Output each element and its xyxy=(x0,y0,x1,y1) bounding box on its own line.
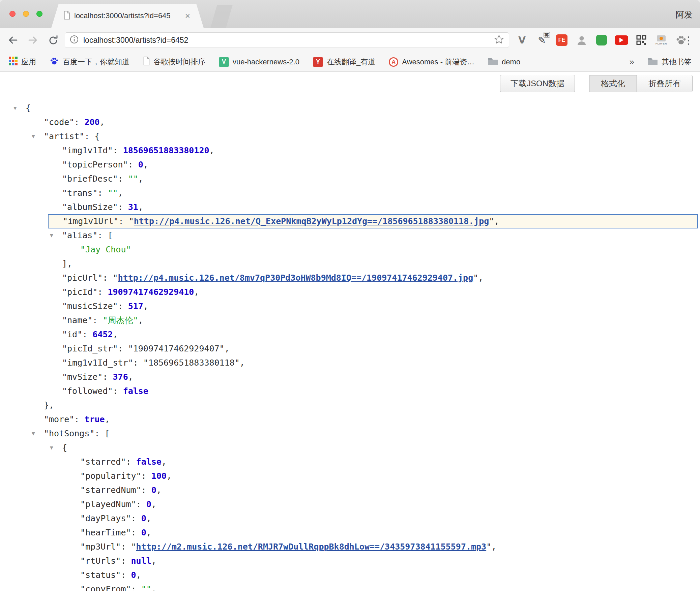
json-token: "hotSongs" xyxy=(44,429,95,438)
translate-pen-icon[interactable]: ✎英 xyxy=(535,33,549,48)
browser-tab[interactable]: localhost:3000/artists?id=645 × xyxy=(51,4,204,28)
json-token: "more" xyxy=(44,414,74,424)
json-tree: ▼{"code": 200,▼"artist": {"img1v1Id": 18… xyxy=(0,101,700,591)
json-token: , xyxy=(225,344,230,353)
json-token: "followed" xyxy=(62,386,113,396)
json-token: null xyxy=(131,556,151,566)
json-token: , xyxy=(146,514,151,523)
bookmarks-overflow-icon[interactable]: » xyxy=(630,57,634,67)
download-json-button[interactable]: 下载JSON数据 xyxy=(500,75,575,92)
json-token: "" xyxy=(128,174,138,184)
green-extension-icon[interactable] xyxy=(595,33,608,48)
pen-language-badge: 英 xyxy=(544,32,550,38)
json-token: , xyxy=(138,202,143,212)
qrcode-icon[interactable] xyxy=(635,33,648,48)
url-link[interactable]: http://p4.music.126.net/8mv7qP30Pd3oHW8b… xyxy=(118,273,473,283)
json-token: "Jay Chou" xyxy=(80,245,131,254)
bookmark-item-baidu[interactable]: 百度一下，你就知道 xyxy=(50,56,129,68)
json-token: true xyxy=(84,414,105,424)
json-token: "rtUrls" xyxy=(80,556,121,566)
url-link[interactable]: http://p4.music.126.net/Q_ExePNkmqB2yWyL… xyxy=(134,216,489,226)
format-button[interactable]: 格式化 xyxy=(589,75,637,92)
json-token: : xyxy=(118,202,128,212)
json-line: "briefDesc": "", xyxy=(0,172,700,186)
json-line: ], xyxy=(0,257,700,271)
profile-name[interactable]: 阿发 xyxy=(676,9,693,20)
json-token: : { xyxy=(84,131,99,141)
json-token: : xyxy=(121,556,131,566)
awesomes-icon: A xyxy=(389,57,398,67)
url-text[interactable]: localhost:3000/artists?id=6452 xyxy=(83,36,489,45)
json-token: "picId_str" xyxy=(62,344,118,353)
bookmark-item-vue-hackernews[interactable]: V vue-hackernews-2.0 xyxy=(219,57,299,67)
json-token: : xyxy=(97,188,108,198)
document-icon xyxy=(143,57,150,67)
collapse-toggle-icon[interactable]: ▼ xyxy=(50,441,53,455)
bookmark-item-google-sort[interactable]: 谷歌按时间排序 xyxy=(143,57,205,67)
json-token: : xyxy=(126,457,136,467)
forward-button[interactable] xyxy=(25,32,41,48)
bookmark-item-apps[interactable]: 应用 xyxy=(9,57,36,67)
bookmark-item-demo[interactable]: demo xyxy=(488,57,520,67)
violentmonkey-letter: V xyxy=(518,35,526,46)
bookmark-star-icon[interactable] xyxy=(494,34,504,46)
collapse-toggle-icon[interactable]: ▼ xyxy=(32,427,35,441)
other-bookmarks[interactable]: 其他书签 xyxy=(648,57,691,67)
json-line: "picUrl": "http://p4.music.126.net/8mv7q… xyxy=(0,271,700,285)
json-token: , xyxy=(143,160,148,169)
json-token: "briefDesc" xyxy=(62,174,118,184)
vue-icon: V xyxy=(219,57,229,67)
tab-strip: localhost:3000/artists?id=645 × 阿发 xyxy=(0,0,700,28)
reload-button[interactable] xyxy=(45,32,61,48)
json-token: , xyxy=(100,117,105,127)
bookmark-label: demo xyxy=(502,58,520,66)
json-token: 200 xyxy=(84,117,99,127)
json-token: "img1v1Id_str" xyxy=(62,358,133,368)
json-token: : xyxy=(131,514,141,523)
json-token: , xyxy=(478,273,483,283)
browser-menu-icon[interactable]: ⋮ xyxy=(681,32,696,48)
json-token: : xyxy=(121,542,131,552)
json-token: "trans" xyxy=(62,188,97,198)
collapse-toggle-icon[interactable]: ▼ xyxy=(32,129,35,144)
browser-toolbar: localhost:3000/artists?id=6452 V ✎英 FE P… xyxy=(0,28,700,52)
fehelper-icon[interactable]: FE xyxy=(555,33,568,48)
json-line: "hearTime": 0, xyxy=(0,526,700,540)
close-window-button[interactable] xyxy=(9,11,16,17)
profile-person-icon[interactable] xyxy=(575,33,588,48)
player-extension-icon[interactable]: PLAYER xyxy=(654,33,668,48)
tab-close-icon[interactable]: × xyxy=(185,11,190,20)
collapse-toggle-icon[interactable]: ▼ xyxy=(13,101,17,115)
collapse-toggle-icon[interactable]: ▼ xyxy=(50,228,53,243)
address-bar[interactable]: localhost:3000/artists?id=6452 xyxy=(65,32,509,48)
json-token: 517 xyxy=(128,301,143,311)
json-token: , xyxy=(146,528,151,537)
bookmark-item-awesomes[interactable]: A Awesomes - 前端资… xyxy=(389,57,474,67)
url-link[interactable]: http://m2.music.126.net/RMJR7wDullRqppBk… xyxy=(136,542,487,552)
bookmark-label: 应用 xyxy=(21,57,36,67)
bookmark-item-youdao[interactable]: Y 在线翻译_有道 xyxy=(313,57,375,67)
bookmark-label: 谷歌按时间排序 xyxy=(153,57,205,67)
json-line: "followed": false xyxy=(0,384,700,398)
json-token: , xyxy=(118,188,123,198)
violentmonkey-icon[interactable]: V xyxy=(515,33,529,48)
json-token: : xyxy=(103,273,113,283)
new-tab-button[interactable] xyxy=(210,5,233,28)
page-info-icon[interactable] xyxy=(70,35,79,45)
json-line: }, xyxy=(0,398,700,412)
collapse-all-button[interactable]: 折叠所有 xyxy=(637,75,693,92)
json-token: ], xyxy=(62,259,72,269)
json-token: 100 xyxy=(151,471,167,481)
json-token: , xyxy=(494,216,499,226)
minimize-window-button[interactable] xyxy=(23,11,29,17)
youtube-icon[interactable] xyxy=(615,33,628,48)
back-button[interactable] xyxy=(5,32,21,48)
zoom-window-button[interactable] xyxy=(36,11,42,17)
json-token: false xyxy=(123,386,148,396)
json-line: "id": 6452, xyxy=(0,328,700,342)
json-line: "rtUrls": null, xyxy=(0,554,700,568)
json-token: , xyxy=(138,315,143,325)
json-token: "starred" xyxy=(80,457,126,467)
json-line-highlighted: "img1v1Url": "http://p4.music.126.net/Q_… xyxy=(48,214,698,228)
json-token: , xyxy=(151,584,156,591)
